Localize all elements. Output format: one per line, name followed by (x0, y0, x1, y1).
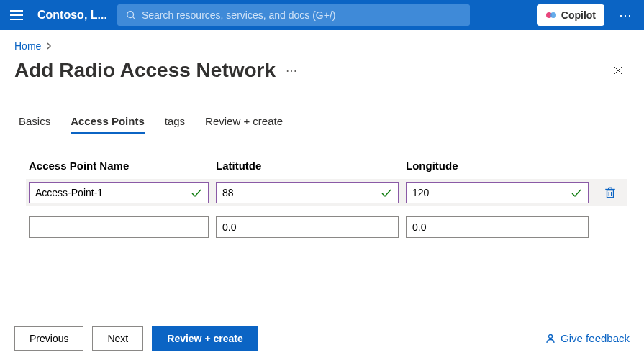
close-icon[interactable] (612, 65, 624, 76)
header-latitude: Latitutde (216, 160, 399, 172)
top-bar: Contoso, L... Search resources, services… (0, 0, 644, 30)
tab-access-points[interactable]: Access Points (71, 115, 145, 134)
access-point-name-input[interactable] (29, 216, 209, 238)
tab-tags[interactable]: tags (165, 115, 185, 134)
footer-bar: Previous Next Review + create Give feedb… (0, 313, 644, 363)
latitude-input[interactable]: 88 (216, 182, 399, 203)
page-content: Home Add Radio Access Network ⋯ Basics A… (0, 30, 644, 313)
table-headers: Access Point Name Latitutde Longitude (29, 160, 627, 172)
check-icon (191, 187, 202, 198)
header-longitude: Longitude (406, 160, 589, 172)
copilot-button[interactable]: Copilot (537, 4, 604, 26)
svg-line-1 (133, 17, 136, 20)
give-feedback-link[interactable]: Give feedback (545, 332, 630, 344)
field-value: 120 (412, 187, 429, 198)
svg-point-0 (127, 12, 134, 18)
copilot-icon (545, 9, 557, 21)
svg-point-13 (549, 334, 553, 338)
longitude-input[interactable]: 0.0 (406, 216, 589, 238)
breadcrumb: Home (14, 40, 627, 52)
search-input[interactable]: Search resources, services, and docs (G+… (117, 4, 470, 26)
tab-basics[interactable]: Basics (19, 115, 50, 134)
svg-point-3 (550, 12, 556, 18)
delete-icon[interactable] (604, 186, 617, 199)
next-button[interactable]: Next (92, 326, 143, 351)
review-create-button[interactable]: Review + create (152, 326, 258, 351)
breadcrumb-home[interactable]: Home (14, 40, 41, 52)
copilot-label: Copilot (561, 9, 596, 21)
check-icon (381, 187, 392, 198)
tab-review-create[interactable]: Review + create (205, 115, 283, 134)
previous-button[interactable]: Previous (14, 326, 83, 351)
page-title: Add Radio Access Network (14, 59, 276, 82)
field-value: 0.0 (412, 221, 426, 233)
access-point-name-input[interactable]: Access-Point-1 (29, 182, 209, 203)
title-row: Add Radio Access Network ⋯ (14, 59, 627, 82)
field-value: Access-Point-1 (35, 187, 103, 198)
hamburger-menu-icon[interactable] (7, 6, 24, 24)
svg-rect-6 (607, 190, 614, 198)
title-more-icon[interactable]: ⋯ (286, 64, 299, 78)
field-value: 88 (222, 187, 234, 198)
feedback-label: Give feedback (561, 332, 630, 344)
header-name: Access Point Name (29, 160, 209, 172)
table-row: Access-Point-1 88 120 (26, 179, 627, 206)
more-icon[interactable]: ⋯ (614, 7, 637, 23)
tenant-name[interactable]: Contoso, L... (37, 9, 107, 22)
feedback-icon (545, 333, 556, 344)
longitude-input[interactable]: 120 (406, 182, 589, 203)
tabs: Basics Access Points tags Review + creat… (19, 115, 627, 134)
chevron-right-icon (45, 40, 53, 52)
field-value: 0.0 (222, 221, 236, 233)
latitude-input[interactable]: 0.0 (216, 216, 399, 238)
table-row: 0.0 0.0 (26, 213, 627, 241)
search-icon (126, 10, 136, 20)
check-icon (571, 187, 582, 198)
search-placeholder: Search resources, services, and docs (G+… (142, 9, 336, 21)
